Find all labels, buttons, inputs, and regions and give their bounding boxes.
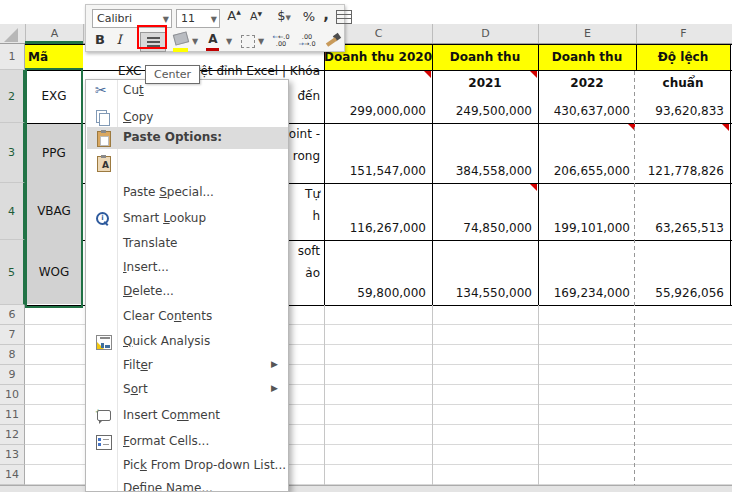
chevron-down-icon[interactable]: ▼	[285, 14, 290, 22]
font-name-value: Calibri	[97, 12, 132, 25]
fill-color-button[interactable]	[172, 32, 190, 52]
cell-code-EXG[interactable]: EXG	[25, 70, 83, 123]
percent-style-button[interactable]: %	[300, 9, 318, 27]
cell-value-D4[interactable]: 74,850,000	[432, 221, 532, 237]
menu-item-label: Insert...	[123, 260, 169, 274]
cell-value-D5[interactable]: 134,550,000	[432, 286, 532, 302]
cell-value-F4[interactable]: 63,265,513	[636, 221, 724, 237]
menu-item-label: Clear Contents	[123, 309, 212, 323]
menu-item-sort[interactable]: Sort▶	[87, 379, 288, 401]
menu-item-insert[interactable]: Insert...	[87, 257, 288, 279]
row-header-1[interactable]: 1	[0, 44, 25, 70]
menu-item-label: Define Name...	[123, 481, 213, 492]
increase-decimal-button[interactable]: ←←.0 .00	[270, 34, 292, 48]
menu-item-quick-analysis[interactable]: Quick Analysis	[87, 331, 288, 353]
menu-item-label: Smart Lookup	[123, 211, 206, 225]
gridline-vertical	[324, 305, 325, 485]
cell-value-C5[interactable]: 59,800,000	[324, 286, 426, 302]
cell-a1-header[interactable]: Mã khóa	[25, 44, 83, 70]
menu-item-define-name[interactable]: Define Name...	[87, 478, 288, 492]
shrink-font-button[interactable]: A▼	[246, 10, 266, 28]
row-header-11[interactable]: 11	[0, 405, 25, 425]
copy-icon	[95, 110, 113, 126]
cell-value-C3[interactable]: 151,547,000	[324, 164, 426, 180]
menu-item-delete[interactable]: Delete...	[87, 281, 288, 303]
menu-item-paste-options: Paste Options:	[87, 127, 288, 149]
cell-code-WOG[interactable]: WOG	[25, 240, 83, 305]
chevron-down-icon[interactable]: ▼	[211, 11, 217, 28]
menu-item-label: Translate	[123, 236, 178, 250]
format-painter-button[interactable]	[324, 32, 344, 52]
menu-item-filter[interactable]: Filter▶	[87, 355, 288, 377]
menu-item-label: Pick From Drop-down List...	[123, 458, 286, 472]
cell-value-D3[interactable]: 384,558,000	[432, 164, 532, 180]
borders-dropdown[interactable]: ▼	[256, 37, 266, 46]
cell-value-C4[interactable]: 116,267,000	[324, 221, 426, 237]
column-header-E[interactable]: E	[538, 24, 636, 43]
italic-button[interactable]: I	[112, 32, 126, 50]
quick-analysis-icon	[95, 334, 113, 350]
cell-value-E4[interactable]: 199,101,000	[538, 221, 630, 237]
grow-font-button[interactable]: A▲	[224, 8, 244, 28]
row-header-2[interactable]: 2	[0, 70, 25, 123]
select-all-icon	[4, 28, 18, 42]
cell-value-F3[interactable]: 121,778,826	[636, 164, 724, 180]
paste-values-icon: A	[95, 155, 113, 171]
cell-e1-header[interactable]: Doanh thu 2022	[538, 44, 636, 70]
menu-item-format-cells[interactable]: Format Cells...	[87, 431, 288, 453]
row-header-12[interactable]: 12	[0, 425, 25, 445]
cell-code-VBAG[interactable]: VBAG	[25, 183, 83, 240]
menu-item-pick-from-list[interactable]: Pick From Drop-down List...	[87, 455, 288, 477]
menu-item-label: Paste Options:	[123, 130, 222, 144]
fill-color-dropdown[interactable]: ▼	[190, 37, 200, 46]
cell-value-C2[interactable]: 299,000,000	[324, 104, 426, 120]
row-header-13[interactable]: 13	[0, 445, 25, 465]
row-header-4[interactable]: 4	[0, 183, 25, 240]
menu-item-label: Copy	[123, 110, 153, 124]
cell-value-F5[interactable]: 55,926,056	[636, 286, 724, 302]
row-header-9[interactable]: 9	[0, 365, 25, 385]
row-header-14[interactable]: 14	[0, 465, 25, 485]
cell-value-E3[interactable]: 206,655,000	[538, 164, 630, 180]
cell-d1-header[interactable]: Doanh thu 2021	[432, 44, 538, 70]
menu-item-paste-special[interactable]: Paste Special...	[87, 182, 288, 204]
column-header-D[interactable]: D	[432, 24, 538, 43]
format-cells-icon	[95, 434, 113, 450]
cell-value-D2[interactable]: 249,500,000	[432, 104, 532, 120]
row-header-5[interactable]: 5	[0, 240, 25, 305]
cell-value-E2[interactable]: 430,637,000	[538, 104, 630, 120]
comma-style-button[interactable]: ,	[320, 6, 332, 26]
fill-bucket-icon	[173, 31, 189, 45]
borders-button[interactable]	[238, 32, 256, 52]
accounting-format-button[interactable]: $▼	[272, 8, 296, 28]
menu-item-copy[interactable]: Copy	[87, 107, 288, 129]
menu-item-translate[interactable]: Translate	[87, 233, 288, 255]
cell-f1-header[interactable]: Độ lệch chuẩn	[636, 44, 730, 70]
font-color-dropdown[interactable]: ▼	[224, 37, 234, 46]
row-header-3[interactable]: 3	[0, 123, 25, 183]
font-color-button[interactable]: A	[204, 32, 222, 52]
bold-button[interactable]: B	[92, 32, 108, 50]
page-break-dashed-line	[634, 71, 635, 485]
menu-item-clear-contents[interactable]: Clear Contents	[87, 306, 288, 328]
font-size-combo[interactable]: 11 ▼	[176, 9, 220, 28]
row-header-6[interactable]: 6	[0, 305, 25, 325]
comment-indicator-icon	[424, 71, 431, 78]
cell-code-PPG[interactable]: PPG	[25, 123, 83, 183]
comment-indicator-icon	[530, 184, 537, 191]
menu-item-smart-lookup[interactable]: iSmart Lookup	[87, 208, 288, 230]
comment-indicator-icon	[722, 124, 729, 131]
font-color-swatch	[206, 48, 219, 51]
row-header-7[interactable]: 7	[0, 325, 25, 345]
format-table-button[interactable]	[334, 8, 352, 24]
cell-value-E5[interactable]: 169,234,000	[538, 286, 630, 302]
row-header-10[interactable]: 10	[0, 385, 25, 405]
menu-item-paste-values[interactable]: A	[87, 152, 288, 174]
smart-lookup-icon: i	[95, 211, 113, 227]
row-header-8[interactable]: 8	[0, 345, 25, 365]
decrease-decimal-button[interactable]: .00 →→.0	[296, 34, 318, 48]
menu-item-insert-comment[interactable]: +Insert Comment	[87, 405, 288, 427]
column-header-F[interactable]: F	[636, 24, 730, 43]
select-all-corner[interactable]	[4, 28, 24, 44]
cell-value-F2[interactable]: 93,620,833	[636, 104, 724, 120]
